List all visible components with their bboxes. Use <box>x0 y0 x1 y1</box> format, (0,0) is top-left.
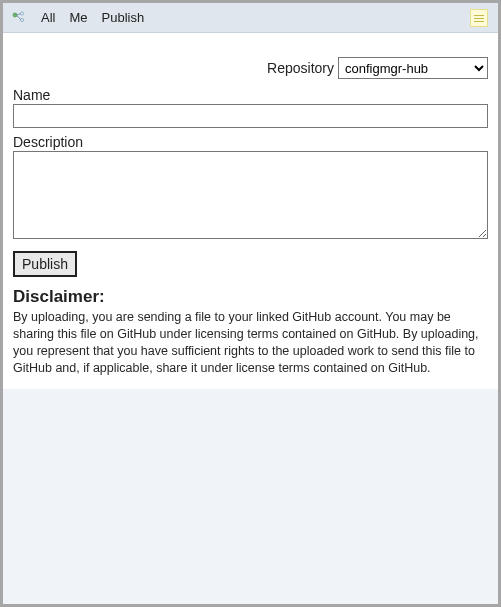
empty-area <box>3 389 498 605</box>
repository-select[interactable]: configmgr-hub <box>338 57 488 79</box>
svg-line-4 <box>17 15 21 19</box>
name-label: Name <box>13 87 488 103</box>
publish-form: Repository configmgr-hub Name Descriptio… <box>3 33 498 389</box>
name-input[interactable] <box>13 104 488 128</box>
description-input[interactable] <box>13 151 488 239</box>
disclaimer-text: By uploading, you are sending a file to … <box>13 309 488 377</box>
disclaimer-heading: Disclaimer: <box>13 287 488 307</box>
svg-point-0 <box>13 13 17 17</box>
publish-button[interactable]: Publish <box>13 251 77 277</box>
toolbar: All Me Publish <box>3 3 498 33</box>
repository-label: Repository <box>267 60 334 76</box>
publish-window: All Me Publish Repository configmgr-hub … <box>3 3 498 604</box>
svg-line-3 <box>17 13 21 14</box>
menu-icon[interactable] <box>470 9 488 27</box>
tab-publish[interactable]: Publish <box>102 10 145 25</box>
repository-row: Repository configmgr-hub <box>13 57 488 79</box>
tree-icon <box>11 10 27 26</box>
tab-me[interactable]: Me <box>69 10 87 25</box>
description-label: Description <box>13 134 488 150</box>
svg-point-1 <box>20 11 23 14</box>
tab-all[interactable]: All <box>41 10 55 25</box>
svg-point-2 <box>20 18 23 21</box>
